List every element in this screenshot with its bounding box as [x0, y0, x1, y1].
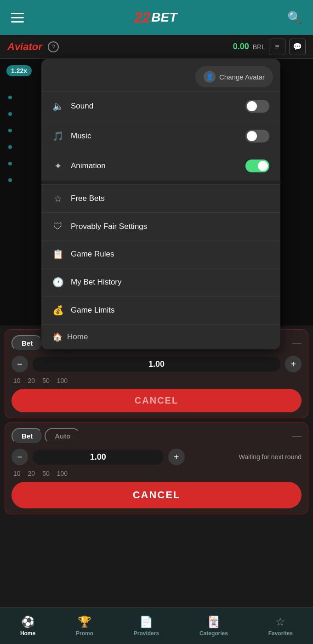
multiplier-display: 1.22x — [6, 65, 32, 76]
logo-bet: BET — [151, 11, 177, 24]
sound-toggle-knob — [247, 101, 257, 111]
home-label: Home — [67, 332, 88, 342]
quick-10-2[interactable]: 10 — [11, 469, 23, 478]
sound-toggle[interactable] — [245, 100, 269, 113]
search-icon[interactable]: 🔍 — [287, 11, 302, 25]
quick-20-1[interactable]: 20 — [26, 376, 37, 385]
providers-nav-label: Providers — [134, 630, 159, 637]
bet-amount-row-2: − 1.00 + Waiting for next round — [11, 449, 302, 465]
quick-amounts-2: 10 20 50 100 — [11, 469, 302, 478]
dropdown-item-provably[interactable]: 🛡 Provably Fair Settings — [41, 212, 280, 240]
bet-tab-bet-1[interactable]: Bet — [11, 335, 43, 351]
dropdown-item-music[interactable]: 🎵 Music — [41, 121, 280, 151]
help-button[interactable]: ? — [48, 41, 59, 52]
gamerules-icon: 📋 — [52, 249, 63, 260]
gamelimits-label: Game Limits — [71, 306, 269, 315]
dropdown-item-sound[interactable]: 🔈 Sound — [41, 91, 280, 121]
nav-item-categories[interactable]: 🃏 Categories — [199, 616, 228, 637]
gamerules-label: Game Rules — [71, 250, 269, 259]
nav-item-favorites[interactable]: ☆ Favorites — [268, 616, 293, 637]
decrement-button-1[interactable]: − — [11, 356, 28, 372]
provably-icon: 🛡 — [52, 221, 63, 232]
quick-amounts-1: 10 20 50 100 — [11, 376, 302, 385]
quick-10-1[interactable]: 10 — [11, 376, 23, 385]
animation-label: Animation — [71, 161, 238, 171]
bet-tab-auto-2[interactable]: Auto — [45, 428, 80, 444]
quick-100-2[interactable]: 100 — [55, 469, 69, 478]
sound-label: Sound — [71, 102, 238, 111]
providers-nav-icon: 📄 — [139, 616, 153, 628]
bethistory-icon: 🕐 — [52, 277, 63, 288]
dot-2 — [8, 112, 12, 116]
top-navigation: 22 BET 🔍 — [0, 0, 313, 35]
aviator-logo-text: Aviator — [7, 41, 42, 53]
dot-3 — [8, 129, 12, 132]
dropdown-item-bethistory[interactable]: 🕐 My Bet History — [41, 268, 280, 296]
change-avatar-button[interactable]: 👤 Change Avatar — [195, 66, 273, 87]
dot-4 — [8, 145, 12, 149]
animation-icon: ✦ — [52, 160, 63, 171]
home-nav-icon: ⚽ — [21, 616, 35, 628]
decorative-dots — [8, 96, 12, 182]
dropdown-home-button[interactable]: 🏠 Home — [41, 324, 280, 349]
bet-panels-container: Bet Auto — − 1.00 + 10 20 50 100 CANCEL … — [0, 325, 313, 518]
nav-item-home[interactable]: ⚽ Home — [20, 616, 35, 637]
dot-1 — [8, 96, 12, 99]
game-menu-button[interactable]: ≡ — [269, 39, 285, 55]
balance-value: 0.00 — [233, 42, 249, 51]
chat-button[interactable]: 💬 — [289, 39, 306, 55]
game-header: Aviator ? 0.00 BRL ≡ 💬 — [0, 35, 313, 59]
waiting-status: Waiting for next round — [189, 453, 302, 461]
amount-display-2: 1.00 — [33, 450, 164, 465]
bottom-navigation: ⚽ Home 🏆 Promo 📄 Providers 🃏 Categories … — [0, 607, 313, 644]
favorites-nav-icon: ☆ — [275, 616, 285, 628]
hamburger-menu[interactable] — [11, 13, 24, 23]
animation-toggle[interactable] — [245, 160, 269, 172]
balance-currency: BRL — [253, 43, 265, 51]
tab-divider-2: — — [292, 431, 302, 441]
favorites-nav-label: Favorites — [268, 630, 293, 637]
promo-nav-label: Promo — [76, 630, 93, 637]
music-toggle[interactable] — [245, 130, 269, 142]
dropdown-item-gamelimits[interactable]: 💰 Game Limits — [41, 296, 280, 324]
nav-item-providers[interactable]: 📄 Providers — [134, 616, 159, 637]
quick-50-1[interactable]: 50 — [40, 376, 51, 385]
dot-6 — [8, 178, 12, 182]
freebets-label: Free Bets — [71, 194, 269, 203]
sound-icon: 🔈 — [52, 101, 63, 112]
bet-panel-2: Bet Auto — − 1.00 + Waiting for next rou… — [5, 422, 308, 514]
change-avatar-label: Change Avatar — [219, 73, 265, 81]
categories-nav-icon: 🃏 — [207, 616, 221, 628]
promo-nav-icon: 🏆 — [78, 616, 91, 628]
app-logo: 22 BET — [134, 10, 177, 25]
increment-button-1[interactable]: + — [285, 356, 302, 372]
provably-label: Provably Fair Settings — [71, 222, 269, 231]
dropdown-item-animation[interactable]: ✦ Animation — [41, 151, 280, 181]
decrement-button-2[interactable]: − — [11, 449, 28, 465]
dot-5 — [8, 162, 12, 165]
quick-100-1[interactable]: 100 — [55, 376, 69, 385]
animation-toggle-knob — [258, 161, 268, 171]
gamelimits-icon: 💰 — [52, 305, 63, 316]
amount-display-1: 1.00 — [33, 357, 280, 372]
quick-50-2[interactable]: 50 — [40, 469, 51, 478]
music-icon: 🎵 — [52, 131, 63, 142]
avatar-icon: 👤 — [204, 71, 216, 83]
dropdown-item-gamerules[interactable]: 📋 Game Rules — [41, 240, 280, 268]
bet-tabs-2: Bet Auto — — [11, 428, 302, 444]
music-label: Music — [71, 131, 238, 141]
home-nav-label: Home — [20, 630, 35, 637]
increment-button-2[interactable]: + — [168, 449, 185, 465]
dropdown-item-freebets[interactable]: ☆ Free Bets — [41, 184, 280, 212]
quick-20-2[interactable]: 20 — [26, 469, 37, 478]
balance-area: 0.00 BRL ≡ 💬 — [233, 39, 306, 55]
dropdown-header: 👤 Change Avatar — [41, 59, 280, 91]
cancel-button-1[interactable]: CANCEL — [11, 389, 302, 412]
freebets-icon: ☆ — [52, 193, 63, 204]
music-toggle-knob — [247, 131, 257, 141]
cancel-button-2[interactable]: CANCEL — [11, 482, 302, 508]
nav-item-promo[interactable]: 🏆 Promo — [76, 616, 93, 637]
bethistory-label: My Bet History — [71, 278, 269, 287]
settings-dropdown: 👤 Change Avatar 🔈 Sound 🎵 Music ✦ Animat… — [41, 59, 280, 349]
bet-tab-bet-2[interactable]: Bet — [11, 428, 43, 444]
